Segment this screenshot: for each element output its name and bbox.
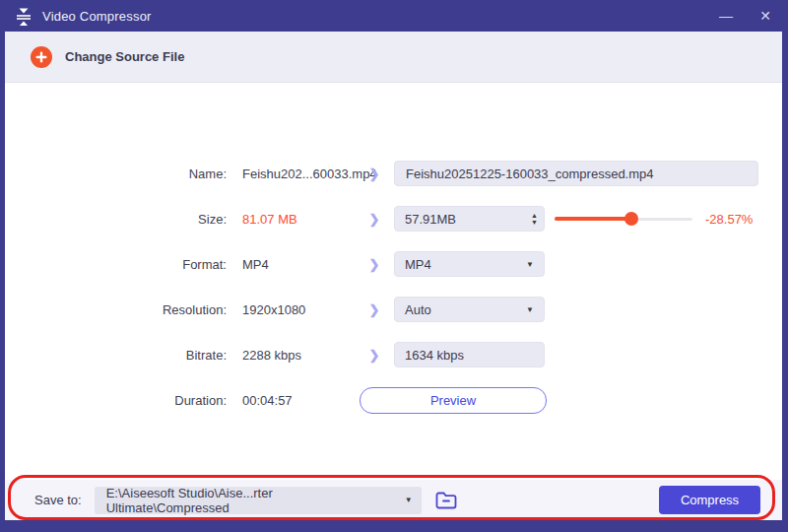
save-path-value: E:\Aiseesoft Studio\Aise...rter Ultimate… <box>106 486 397 515</box>
save-to-label: Save to: <box>34 493 82 507</box>
footer-bar: Save to: E:\Aiseesoft Studio\Aise...rter… <box>5 480 782 520</box>
chevron-right-icon: ❯ <box>355 257 394 272</box>
window-title: Video Compressor <box>42 9 152 24</box>
chevron-right-icon: ❯ <box>355 348 394 363</box>
format-label: Format: <box>5 257 227 272</box>
titlebar: Video Compressor — ✕ <box>0 0 788 32</box>
size-reduction-percent: -28.57% <box>705 212 753 227</box>
change-source-file-button[interactable]: Change Source File <box>65 49 184 64</box>
output-name-input[interactable] <box>394 161 758 186</box>
toolbar: Change Source File <box>5 32 782 83</box>
spinner-down-icon[interactable]: ▼ <box>531 219 538 226</box>
resolution-current-value: 1920x1080 <box>227 302 355 317</box>
resolution-row: Resolution: 1920x1080 ❯ Auto ▼ <box>5 287 782 332</box>
target-bitrate-field: 1634 kbps <box>394 342 545 367</box>
duration-row: Duration: 00:04:57 Preview <box>5 377 782 423</box>
dropdown-arrow-icon: ▼ <box>397 496 413 504</box>
bitrate-label: Bitrate: <box>5 348 227 363</box>
duration-current-value: 00:04:57 <box>227 393 355 408</box>
preview-button[interactable]: Preview <box>360 387 547 414</box>
chevron-right-icon: ❯ <box>355 166 394 181</box>
name-label: Name: <box>5 166 227 181</box>
chevron-right-icon: ❯ <box>355 302 394 317</box>
format-select[interactable]: MP4 ▼ <box>394 251 545 277</box>
size-label: Size: <box>5 212 227 227</box>
duration-label: Duration: <box>5 393 227 408</box>
bitrate-current-value: 2288 kbps <box>227 348 355 363</box>
compress-button[interactable]: Compress <box>659 486 760 514</box>
target-size-value: 57.91MB <box>405 212 456 227</box>
add-icon <box>31 46 52 68</box>
video-compressor-window: Video Compressor — ✕ Change Source File … <box>0 0 788 532</box>
resolution-label: Resolution: <box>5 302 227 317</box>
window-body: Change Source File Name: Feishu202...600… <box>0 32 788 532</box>
format-row: Format: MP4 ❯ MP4 ▼ <box>5 241 782 287</box>
spinner-up-icon[interactable]: ▲ <box>531 212 538 219</box>
size-current-value: 81.07 MB <box>227 212 355 227</box>
compress-icon <box>14 6 33 26</box>
bitrate-row: Bitrate: 2288 kbps ❯ 1634 kbps <box>5 332 782 377</box>
size-row: Size: 81.07 MB ❯ 57.91MB ▲ ▼ <box>5 196 782 241</box>
target-bitrate-value: 1634 kbps <box>405 348 464 363</box>
size-slider[interactable] <box>555 212 692 226</box>
chevron-right-icon: ❯ <box>355 212 394 227</box>
dropdown-arrow-icon: ▼ <box>526 305 534 314</box>
save-path-select[interactable]: E:\Aiseesoft Studio\Aise...rter Ultimate… <box>95 487 422 514</box>
minimize-icon[interactable]: — <box>717 8 735 24</box>
resolution-select[interactable]: Auto ▼ <box>394 297 545 322</box>
compression-form: Name: Feishu202...60033.mp4 ❯ Size: 81.0… <box>5 151 782 423</box>
close-icon[interactable]: ✕ <box>756 8 774 24</box>
slider-thumb[interactable] <box>624 212 638 226</box>
open-folder-icon[interactable] <box>434 490 458 510</box>
resolution-selected-value: Auto <box>405 302 431 317</box>
format-selected-value: MP4 <box>405 257 431 272</box>
dropdown-arrow-icon: ▼ <box>526 260 534 269</box>
slider-fill <box>555 217 631 221</box>
name-row: Name: Feishu202...60033.mp4 ❯ <box>5 151 782 196</box>
format-current-value: MP4 <box>227 257 355 272</box>
target-size-spinner[interactable]: 57.91MB ▲ ▼ <box>394 206 545 232</box>
name-current-value: Feishu202...60033.mp4 <box>227 166 355 181</box>
